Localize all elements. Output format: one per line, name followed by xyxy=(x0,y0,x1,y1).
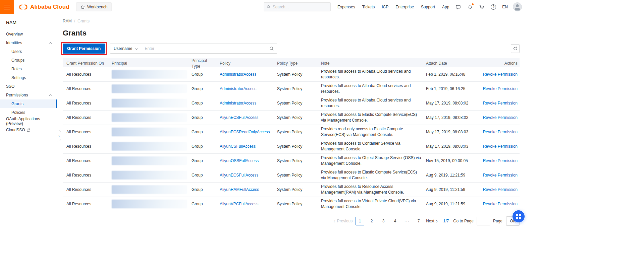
grant-permission-button[interactable]: Grant Permission xyxy=(63,44,105,54)
sidebar-collapse-handle[interactable]: ‹ xyxy=(57,130,61,141)
filter-search-button[interactable] xyxy=(267,44,277,53)
policy-link[interactable]: AliyunECSFullAccess xyxy=(220,173,258,178)
sidebar-item-settings[interactable]: Settings xyxy=(0,73,57,82)
cell-principal-type: Group xyxy=(192,115,220,121)
breadcrumb-ram-link[interactable]: RAM xyxy=(63,19,72,23)
revoke-permission-link[interactable]: Revoke Permission xyxy=(483,173,518,178)
workbench-home-icon xyxy=(80,5,85,9)
cell-principal-type: Group xyxy=(192,158,220,164)
policy-link[interactable]: AliyunOSSFullAccess xyxy=(220,158,259,163)
sidebar-item-users[interactable]: Users xyxy=(0,47,57,56)
table-row: All Resources Group AdministratorAccess … xyxy=(63,96,520,111)
cell-principal xyxy=(112,142,192,151)
hamburger-menu-button[interactable] xyxy=(0,0,14,14)
cell-principal xyxy=(112,99,192,108)
topbar-link-support[interactable]: Support xyxy=(421,5,435,9)
cell-note: Provides full access to Alibaba Cloud se… xyxy=(321,97,426,109)
topbar-link-tickets[interactable]: Tickets xyxy=(362,5,375,9)
sidebar-item-permissions[interactable]: Permissions xyxy=(0,91,57,99)
page-ratio: 1/7 xyxy=(443,219,449,223)
policy-link[interactable]: AliyunRAMFullAccess xyxy=(220,187,259,192)
messages-icon[interactable] xyxy=(455,4,461,10)
filter-type-select[interactable]: Username xyxy=(110,44,141,54)
filter-input[interactable] xyxy=(141,44,277,54)
page-button-3[interactable]: 3 xyxy=(379,217,388,225)
sidebar-item-identities[interactable]: Identities xyxy=(0,39,57,47)
alibaba-cloud-logo[interactable]: Alibaba Cloud xyxy=(19,4,69,10)
policy-link[interactable]: AliyunVPCFullAccess xyxy=(220,202,258,206)
policy-link[interactable]: AdministratorAccess xyxy=(220,101,256,106)
user-avatar[interactable] xyxy=(513,2,522,11)
revoke-permission-link[interactable]: Revoke Permission xyxy=(483,115,518,120)
topbar-link-icp[interactable]: ICP xyxy=(382,5,388,9)
revoke-permission-link[interactable]: Revoke Permission xyxy=(483,130,518,134)
topbar-search-input[interactable] xyxy=(273,5,328,9)
column-header-attach-date: Attach Date xyxy=(426,61,477,66)
table-row: All Resources Group AliyunECSReadOnlyAcc… xyxy=(63,125,520,139)
language-selector[interactable]: EN xyxy=(502,5,508,9)
sidebar-item-policies[interactable]: Policies xyxy=(0,108,57,117)
page-button-1[interactable]: 1 xyxy=(356,217,364,225)
chevron-left-icon: ‹ xyxy=(334,219,335,223)
topbar-icons: ? xyxy=(455,4,496,10)
goto-page-input[interactable] xyxy=(477,217,490,225)
next-page-button[interactable]: Next › xyxy=(426,219,437,223)
cell-note: Provides full access to Object Storage S… xyxy=(321,155,426,166)
help-icon[interactable]: ? xyxy=(490,4,496,10)
revoke-permission-link[interactable]: Revoke Permission xyxy=(483,158,518,163)
cell-policy-type: System Policy xyxy=(277,86,321,92)
column-header-principal-type: Principal Type xyxy=(192,58,220,69)
cell-note: Provides full access to Container Servic… xyxy=(321,141,426,152)
page-button-7[interactable]: 7 xyxy=(414,217,423,225)
revoke-permission-link[interactable]: Revoke Permission xyxy=(483,187,518,192)
page-button-2[interactable]: 2 xyxy=(367,217,376,225)
sidebar-item-oauth-applications[interactable]: OAuth Applications (Preview) xyxy=(0,117,57,126)
sidebar-item-grants[interactable]: Grants xyxy=(0,99,57,108)
cart-icon[interactable] xyxy=(479,4,485,10)
cell-policy: AliyunVPCFullAccess xyxy=(220,201,277,207)
sidebar-item-roles[interactable]: Roles xyxy=(0,65,57,73)
previous-page-button[interactable]: ‹ Previous xyxy=(334,219,353,223)
column-header-grant-permission-on: Grant Permission On xyxy=(63,61,112,66)
policy-link[interactable]: AdministratorAccess xyxy=(220,72,256,77)
sidebar-item-overview[interactable]: Overview xyxy=(0,30,57,39)
policy-link[interactable]: AliyunECSReadOnlyAccess xyxy=(220,130,270,134)
revoke-permission-link[interactable]: Revoke Permission xyxy=(483,72,518,77)
cell-attach-date: Feb 1, 2019, 06:16:25 xyxy=(426,86,477,92)
sidebar-item-cloudsso[interactable]: CloudSSO xyxy=(0,126,57,134)
search-icon xyxy=(267,5,271,9)
revoke-permission-link[interactable]: Revoke Permission xyxy=(483,86,518,91)
sidebar-item-sso[interactable]: SSO xyxy=(0,82,57,91)
workbench-label: Workbench xyxy=(87,5,107,9)
column-header-principal: Principal xyxy=(112,61,192,66)
revoke-permission-link[interactable]: Revoke Permission xyxy=(483,202,518,206)
refresh-icon xyxy=(513,46,518,51)
policy-link[interactable]: AliyunECSFullAccess xyxy=(220,115,258,120)
floating-widget-button[interactable] xyxy=(513,210,525,222)
revoke-permission-link[interactable]: Revoke Permission xyxy=(483,144,518,149)
annotation-highlight-box: Grant Permission xyxy=(61,42,107,55)
topbar-link-expenses[interactable]: Expenses xyxy=(337,5,355,9)
page-title: Grants xyxy=(63,29,526,38)
policy-link[interactable]: AdministratorAccess xyxy=(220,86,256,91)
notifications-bell-icon[interactable] xyxy=(467,4,473,10)
revoke-permission-link[interactable]: Revoke Permission xyxy=(483,101,518,106)
policy-link[interactable]: AliyunCSFullAccess xyxy=(220,144,256,149)
chevron-up-icon xyxy=(49,94,52,97)
cell-policy-type: System Policy xyxy=(277,115,321,121)
avatar-person-icon xyxy=(513,2,522,11)
topbar-search-box[interactable] xyxy=(264,2,331,11)
topbar-link-app[interactable]: App xyxy=(442,5,449,9)
workbench-button[interactable]: Workbench xyxy=(76,2,112,11)
topbar-link-enterprise[interactable]: Enterprise xyxy=(395,5,414,9)
refresh-button[interactable] xyxy=(511,44,520,53)
alibaba-cloud-logo-icon xyxy=(19,4,28,10)
redacted-principal xyxy=(112,142,187,151)
breadcrumb: RAM / Grants xyxy=(63,18,526,24)
cell-grant-permission-on: All Resources xyxy=(63,86,112,92)
page-button-4[interactable]: 4 xyxy=(391,217,399,225)
cell-note: Provides full access to Elastic Compute … xyxy=(321,112,426,123)
page-ellipsis[interactable]: ··· xyxy=(402,217,411,225)
sidebar-item-groups[interactable]: Groups xyxy=(0,56,57,65)
topbar: Alibaba Cloud Workbench Expenses Tickets… xyxy=(0,0,526,14)
